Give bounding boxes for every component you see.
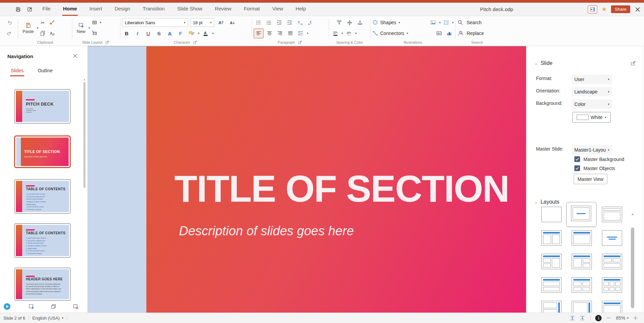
layout-tile-15[interactable] xyxy=(602,301,622,313)
font-color-dropdown-arrow[interactable]: ▾ xyxy=(212,32,214,35)
shadow-button[interactable]: A xyxy=(165,29,174,38)
favorites-star-icon[interactable]: ★ xyxy=(602,6,607,13)
slide-section-header[interactable]: ⌄ Slide xyxy=(535,60,552,66)
align-left-button[interactable] xyxy=(254,29,263,38)
master-objects-checkbox[interactable] xyxy=(574,165,580,171)
cut-button[interactable]: ✂ xyxy=(38,18,47,27)
slide-properties-button[interactable] xyxy=(90,29,99,38)
menu-slide-show[interactable]: Slide Show xyxy=(176,3,203,16)
increase-indent-button[interactable] xyxy=(275,18,284,27)
character-expand-icon[interactable] xyxy=(193,40,198,45)
menu-help[interactable]: Help xyxy=(295,3,307,16)
decrease-indent-button[interactable] xyxy=(285,18,294,27)
menu-format[interactable]: Format xyxy=(243,3,261,16)
layout-tile-3[interactable] xyxy=(602,207,622,222)
save-icon[interactable] xyxy=(15,6,22,13)
insert-image-dropdown-arrow[interactable]: ▾ xyxy=(439,21,441,24)
layout-tile-14[interactable] xyxy=(572,301,592,313)
start-presentation-icon[interactable] xyxy=(3,303,11,310)
replace-label[interactable]: Replace xyxy=(467,31,484,36)
shapes-button[interactable] xyxy=(372,18,378,27)
search-label[interactable]: Search xyxy=(467,20,481,25)
master-slide-select[interactable]: Master1-Layou▾ xyxy=(572,145,612,154)
paragraph-expand-icon[interactable] xyxy=(298,40,302,45)
right-to-left-button[interactable]: ¶ xyxy=(306,18,315,27)
align-right-button[interactable] xyxy=(275,29,284,38)
fit-slide-width-icon[interactable] xyxy=(569,315,575,321)
language-dropdown-arrow[interactable]: ▾ xyxy=(62,316,64,320)
align-top-button[interactable] xyxy=(335,18,344,27)
clone-formatting-button[interactable] xyxy=(48,18,57,27)
orientation-select[interactable]: Landscape▾ xyxy=(572,87,612,96)
menu-insert[interactable]: Insert xyxy=(89,3,103,16)
zoom-in-icon[interactable] xyxy=(633,315,639,321)
underline-button[interactable]: U xyxy=(144,29,153,38)
bold-button[interactable]: B xyxy=(122,29,131,38)
layout-tile-6[interactable] xyxy=(602,230,622,246)
layout-tile-7[interactable] xyxy=(541,254,562,269)
align-justify-button[interactable] xyxy=(286,29,295,38)
navigation-close-icon[interactable] xyxy=(72,53,78,59)
paste-button[interactable]: Paste xyxy=(20,16,36,40)
menu-transition[interactable]: Transition xyxy=(142,3,165,16)
sidebar-scrollbar-track[interactable] xyxy=(643,46,643,313)
slide-thumbnail-5[interactable]: HEADER GOES HERE Lorem ipsum dolor sit a… xyxy=(14,268,71,301)
slide-section-expand-icon[interactable] xyxy=(630,60,636,66)
replace-button[interactable]: ab xyxy=(457,29,463,38)
close-document-icon[interactable] xyxy=(635,6,641,12)
menu-view[interactable]: View xyxy=(272,3,284,16)
insert-image-button[interactable] xyxy=(429,18,438,27)
background-select[interactable]: Color▾ xyxy=(572,99,612,109)
layout-tile-2[interactable] xyxy=(571,206,591,221)
left-to-right-button[interactable]: ¶ xyxy=(295,18,305,27)
menu-review[interactable]: Review xyxy=(214,3,232,16)
slide-canvas[interactable]: TITLE OF SECTION Description of slides g… xyxy=(88,46,526,313)
layout-tile-5[interactable] xyxy=(572,230,592,246)
master-background-checkbox[interactable] xyxy=(574,156,580,162)
slide-panel-scrollbar[interactable]: ▲ xyxy=(83,78,86,300)
undo-button[interactable] xyxy=(5,18,14,27)
menu-file[interactable]: File xyxy=(42,3,51,16)
slide-thumbnail-3[interactable]: TABLE OF CONTENTS • Lorem ipsum dolor si… xyxy=(14,179,71,214)
font-color-button[interactable]: A xyxy=(201,29,210,38)
delete-slide-icon[interactable] xyxy=(73,304,79,310)
insert-table-dropdown-arrow[interactable]: ▾ xyxy=(452,21,454,24)
line-spacing-button[interactable] xyxy=(296,29,305,38)
center-vertically-button[interactable] xyxy=(345,18,354,27)
layout-chooser-dropdown-arrow[interactable]: ▾ xyxy=(100,21,102,24)
add-slide-icon[interactable] xyxy=(28,304,34,310)
fill-color-button[interactable] xyxy=(345,29,354,38)
italic-button[interactable]: I xyxy=(133,29,142,38)
menu-home[interactable]: Home xyxy=(62,3,78,16)
format-select[interactable]: User▾ xyxy=(572,75,612,84)
search-button[interactable] xyxy=(457,18,463,27)
shapes-dropdown-arrow[interactable]: ▾ xyxy=(398,21,400,24)
layouts-section-header[interactable]: ⌄ Layouts xyxy=(535,199,559,205)
tab-outline[interactable]: Outline xyxy=(37,67,53,76)
insert-textbox-button[interactable]: A xyxy=(434,29,443,38)
insert-table-button[interactable] xyxy=(441,18,451,27)
layout-tile-9[interactable] xyxy=(602,254,622,269)
slide-title-text[interactable]: TITLE OF SECTION xyxy=(174,170,509,208)
zoom-level-selector[interactable]: 85%▾ xyxy=(616,315,629,321)
layout-tile-12[interactable] xyxy=(602,277,622,293)
layout-tile-1[interactable] xyxy=(541,207,562,222)
slide-subtitle-text[interactable]: Description of slides goes here xyxy=(179,224,354,238)
menu-design[interactable]: Design xyxy=(114,3,131,16)
paragraph-spacing-button[interactable] xyxy=(331,29,340,38)
shapes-label[interactable]: Shapes xyxy=(380,20,396,25)
background-color-button[interactable]: White ▾ xyxy=(572,112,611,123)
fill-color-dropdown-arrow[interactable]: ▾ xyxy=(355,32,357,35)
layout-tile-4[interactable] xyxy=(541,230,562,246)
font-name-select[interactable]: Liberation Sans▾ xyxy=(122,18,188,27)
duplicate-slide-icon[interactable] xyxy=(50,304,57,310)
connectors-button[interactable] xyxy=(372,29,378,38)
zoom-out-icon[interactable] xyxy=(606,315,612,321)
shrink-font-button[interactable]: A xyxy=(227,18,237,27)
grow-font-button[interactable]: A xyxy=(216,18,225,27)
layout-tile-11[interactable] xyxy=(572,277,592,293)
paragraph-spacing-dropdown-arrow[interactable]: ▾ xyxy=(342,32,343,35)
slide-thumbnail-2-current[interactable]: TITLE OF SECTION Description of slides g… xyxy=(14,135,71,168)
user-count-badge[interactable]: 1 xyxy=(595,315,602,321)
layout-tile-8[interactable] xyxy=(572,254,592,269)
